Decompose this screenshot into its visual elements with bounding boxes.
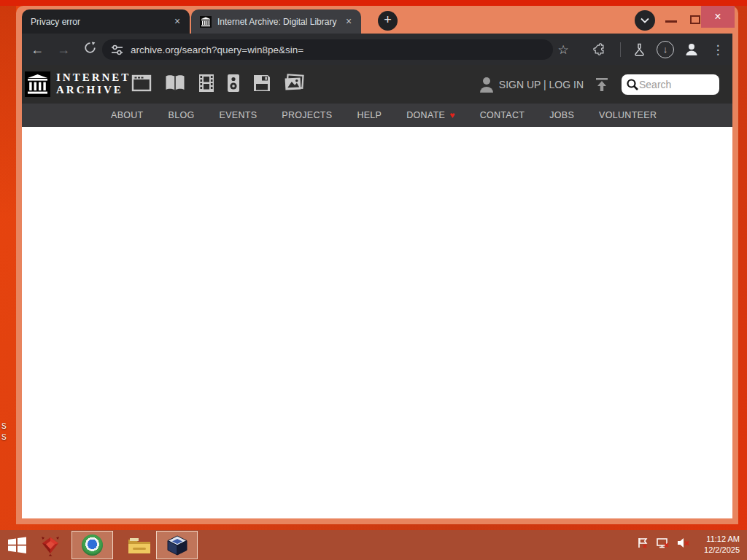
software-icon[interactable]	[252, 74, 271, 93]
browser-window: Privacy error × Internet Archive: Digita…	[16, 6, 738, 524]
browser-inner: ← → archive.org/search?query=win8pe&sin=…	[22, 34, 732, 518]
desktop-icon-label-fragment: S	[1, 422, 7, 430]
nav-item-about[interactable]: ABOUT	[111, 110, 144, 120]
maximize-button[interactable]	[690, 15, 700, 24]
red-app-icon	[39, 534, 62, 556]
avatar-icon	[684, 42, 700, 58]
page-content-blank	[22, 127, 732, 518]
webpage: INTERNET ARCHIVE	[22, 65, 732, 518]
desktop-icon-label-fragment: S	[1, 433, 7, 441]
nav-label: JOBS	[549, 110, 574, 120]
site-search-input[interactable]	[639, 79, 709, 90]
action-center-flag-icon[interactable]	[637, 537, 649, 549]
chevron-down-icon	[640, 18, 649, 23]
volume-muted-icon[interactable]	[676, 537, 690, 549]
images-icon[interactable]	[284, 74, 304, 93]
nav-label: EVENTS	[220, 110, 258, 120]
person-icon	[479, 76, 495, 93]
internet-archive-logo[interactable]	[25, 71, 50, 97]
download-icon: ↓	[657, 41, 674, 58]
site-title[interactable]: INTERNET ARCHIVE	[56, 71, 131, 96]
nav-label: HELP	[357, 110, 382, 120]
nav-item-projects[interactable]: PROJECTS	[282, 110, 332, 120]
tab-close-icon[interactable]: ×	[171, 15, 184, 28]
network-disconnected-icon[interactable]	[656, 537, 670, 549]
nav-label: DONATE	[406, 110, 445, 120]
desktop-shading	[0, 0, 16, 219]
chrome-icon	[82, 534, 103, 556]
nav-item-volunteer[interactable]: VOLUNTEER	[599, 110, 657, 120]
internet-archive-favicon	[200, 16, 212, 28]
signup-login-link[interactable]: SIGN UP | LOG IN	[499, 79, 584, 90]
minimize-button[interactable]	[665, 20, 677, 23]
reload-button[interactable]	[80, 40, 99, 59]
reload-icon	[84, 42, 96, 54]
windows-logo-icon	[7, 536, 27, 554]
tab-title: Privacy error	[31, 17, 166, 27]
nav-item-jobs[interactable]: JOBS	[549, 110, 574, 120]
heart-icon: ♥	[449, 110, 454, 120]
tab-title: Internet Archive: Digital Library	[217, 17, 338, 27]
nav-label: CONTACT	[480, 110, 525, 120]
nav-item-help[interactable]: HELP	[357, 110, 382, 120]
audio-icon[interactable]	[227, 74, 240, 93]
desktop-stripe	[0, 0, 747, 6]
address-bar[interactable]: archive.org/search?query=win8pe&sin=	[102, 39, 553, 60]
site-search-box[interactable]	[622, 74, 719, 95]
virtualbox-icon	[166, 534, 188, 556]
taskbar: 11:12 AM 12/2/2025	[0, 530, 747, 560]
downloads-button[interactable]: ↓	[655, 39, 676, 60]
nav-label: PROJECTS	[282, 110, 332, 120]
clock-time: 11:12 AM	[704, 534, 740, 545]
header-right: SIGN UP | LOG IN	[479, 65, 719, 104]
site-title-line1: INTERNET	[56, 71, 131, 84]
back-button[interactable]: ←	[28, 40, 47, 59]
nav-item-blog[interactable]: BLOG	[169, 110, 195, 120]
browser-toolbar: ← → archive.org/search?query=win8pe&sin=…	[22, 34, 732, 65]
close-button[interactable]: ×	[701, 6, 735, 28]
nav-item-events[interactable]: EVENTS	[220, 110, 258, 120]
nav-item-contact[interactable]: CONTACT	[480, 110, 525, 120]
nav-label: BLOG	[169, 110, 195, 120]
tab-privacy-error[interactable]: Privacy error ×	[22, 9, 190, 34]
browser-menu-button[interactable]: ⋮	[708, 39, 728, 60]
system-tray	[637, 537, 690, 549]
bookmark-star-icon[interactable]: ☆	[553, 39, 573, 60]
texts-icon[interactable]	[164, 74, 186, 93]
tab-strip: Privacy error × Internet Archive: Digita…	[16, 6, 738, 34]
video-icon[interactable]	[198, 74, 214, 93]
profile-avatar[interactable]	[681, 39, 702, 60]
flask-icon	[633, 43, 646, 56]
upload-icon[interactable]	[594, 77, 610, 93]
site-nav: ABOUT BLOG EVENTS PROJECTS HELP DONATE ♥…	[22, 104, 732, 127]
nav-item-donate[interactable]: DONATE ♥	[406, 110, 454, 120]
internet-archive-header: INTERNET ARCHIVE	[22, 65, 732, 104]
site-title-line2: ARCHIVE	[56, 84, 131, 96]
web-icon[interactable]	[131, 74, 152, 93]
media-type-icons	[131, 74, 304, 93]
nav-label: VOLUNTEER	[599, 110, 657, 120]
tab-internet-archive[interactable]: Internet Archive: Digital Library ×	[191, 9, 361, 34]
tab-close-icon[interactable]: ×	[342, 15, 355, 28]
new-tab-button[interactable]: +	[378, 11, 398, 31]
taskbar-file-explorer-button[interactable]	[123, 531, 156, 559]
start-button[interactable]	[0, 531, 34, 559]
clock-date: 12/2/2025	[704, 545, 740, 556]
search-icon	[626, 78, 639, 91]
labs-flask-icon[interactable]	[629, 39, 649, 60]
nav-label: ABOUT	[111, 110, 144, 120]
extensions-icon[interactable]	[589, 39, 610, 60]
taskbar-clock[interactable]: 11:12 AM 12/2/2025	[704, 534, 740, 556]
url-text: archive.org/search?query=win8pe&sin=	[131, 44, 303, 55]
taskbar-virtualbox-button[interactable]	[156, 531, 198, 559]
file-explorer-icon	[127, 535, 152, 556]
taskbar-chrome-button[interactable]	[71, 531, 113, 559]
taskbar-red-app-button[interactable]	[34, 531, 67, 559]
toolbar-separator	[620, 42, 621, 57]
puzzle-icon	[593, 43, 606, 56]
site-settings-icon	[111, 44, 123, 55]
tab-search-button[interactable]	[635, 10, 655, 31]
forward-button[interactable]: →	[54, 40, 73, 59]
